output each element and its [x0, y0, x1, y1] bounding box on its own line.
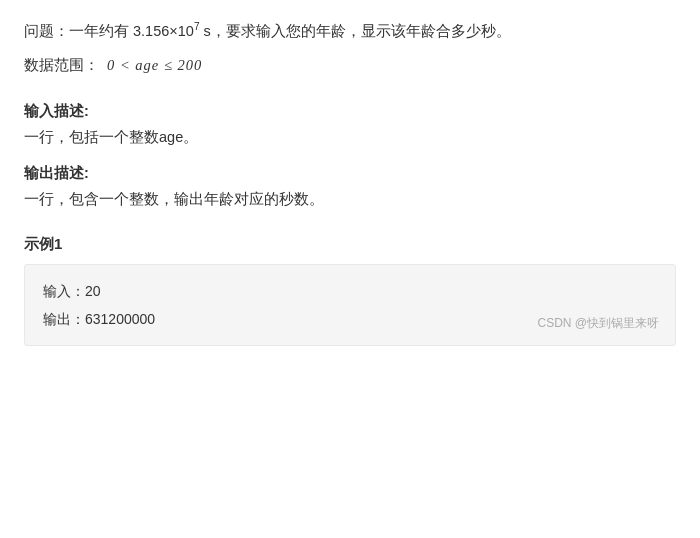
- problem-statement: 问题：一年约有 3.156×107 s，要求输入您的年龄，显示该年龄合多少秒。: [24, 18, 676, 43]
- data-range: 数据范围： 0 < age ≤ 200: [24, 53, 676, 78]
- example-section: 示例1 输入：20 输出：631200000 CSDN @快到锅里来呀: [24, 235, 676, 346]
- data-range-label: 数据范围：: [24, 57, 99, 73]
- example-title: 示例1: [24, 235, 676, 254]
- example-input-row: 输入：20: [43, 277, 657, 305]
- statement-text-prefix: 问题：一年约有 3.156×10: [24, 23, 194, 39]
- example-input-label: 输入：: [43, 283, 85, 299]
- output-title: 输出描述:: [24, 164, 676, 183]
- input-content: 一行，包括一个整数age。: [24, 125, 676, 150]
- data-range-math: 0 < age ≤ 200: [107, 57, 202, 73]
- example-output-value: 631200000: [85, 311, 155, 327]
- statement-text-suffix: s，要求输入您的年龄，显示该年龄合多少秒。: [200, 23, 511, 39]
- output-content: 一行，包含一个整数，输出年龄对应的秒数。: [24, 187, 676, 212]
- example-input-value: 20: [85, 283, 101, 299]
- example-box: 输入：20 输出：631200000 CSDN @快到锅里来呀: [24, 264, 676, 346]
- watermark: CSDN @快到锅里来呀: [537, 311, 659, 335]
- example-output-label: 输出：: [43, 311, 85, 327]
- input-title: 输入描述:: [24, 102, 676, 121]
- input-section: 输入描述: 一行，包括一个整数age。: [24, 102, 676, 150]
- output-section: 输出描述: 一行，包含一个整数，输出年龄对应的秒数。: [24, 164, 676, 212]
